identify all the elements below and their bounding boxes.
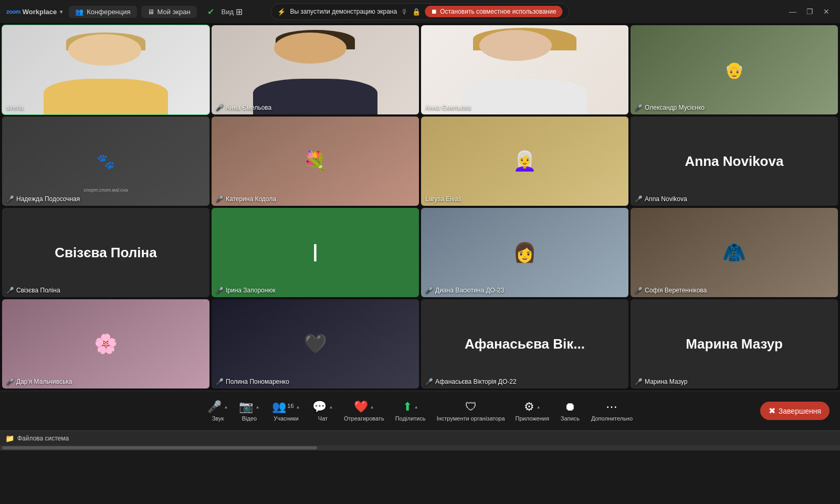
- video-tool[interactable]: 📷 ▲ Відео: [234, 400, 265, 422]
- participant-bigname-16: Марина Мазур: [686, 336, 783, 352]
- stop-icon: ⏹: [431, 8, 437, 15]
- participant-cell-13[interactable]: 🌸 🎤 Дар'я Мальчивська: [2, 299, 209, 388]
- participant-name-6: 🎤 Катерина Кодола: [216, 195, 276, 203]
- share-caret[interactable]: ▲: [414, 405, 418, 410]
- conference-label: Конференция: [87, 8, 130, 16]
- security-icon-banner: 🔒: [412, 8, 421, 16]
- participant-cell-16[interactable]: Марина Мазур 🎤 Марина Мазур: [631, 299, 838, 388]
- record-tool[interactable]: ⏺ Запись: [554, 400, 586, 422]
- toolbar: 🎤 ▲ Звук 📷 ▲ Відео 👥 16 ▲ Учасники 💬 ▲ Ч…: [0, 391, 840, 430]
- view-button[interactable]: Вид ⊞: [222, 7, 243, 17]
- participant-cell-sirena[interactable]: sirena: [2, 25, 209, 114]
- participant-initial-10: I: [312, 238, 319, 267]
- participant-cell-2[interactable]: 🎤 Анна Ємельова: [212, 25, 419, 114]
- chat-caret[interactable]: ▲: [329, 405, 333, 410]
- security-shield-button[interactable]: ✔: [207, 7, 214, 17]
- view-label: Вид: [222, 8, 234, 16]
- chat-label: Чат: [318, 415, 328, 422]
- video-label: Відео: [242, 415, 257, 422]
- zoom-brand: zoom: [6, 8, 20, 15]
- participant-name-2: 🎤 Анна Ємельова: [216, 104, 271, 111]
- participant-cell-9[interactable]: Свізєва Поліна 🎤 Свізєва Поліна: [2, 208, 209, 297]
- more-tool[interactable]: ⋯ Дополнительно: [586, 400, 638, 422]
- react-caret[interactable]: ▲: [370, 405, 374, 410]
- app-dropdown-arrow[interactable]: ▾: [60, 9, 62, 15]
- minimize-button[interactable]: —: [785, 4, 800, 19]
- participants-tool[interactable]: 👥 16 ▲ Учасники: [265, 400, 307, 422]
- participant-name-9: 🎤 Свізєва Поліна: [6, 287, 60, 294]
- end-label: Завершення: [779, 407, 821, 415]
- mic-icon: 🎤: [207, 400, 222, 414]
- participant-name-13: 🎤 Дар'я Мальчивська: [6, 378, 72, 385]
- mic-muted-icon-5: 🎤: [6, 195, 14, 203]
- participant-cell-6[interactable]: 💐 🎤 Катерина Кодола: [212, 117, 419, 206]
- mic-muted-icon-12: 🎤: [635, 287, 643, 294]
- participants-caret[interactable]: ▲: [296, 405, 300, 410]
- participant-name-12: 🎤 Софія Веретеннікова: [635, 287, 707, 294]
- apps-tool[interactable]: ⚙ ▲ Приложения: [510, 400, 554, 422]
- participant-cell-12[interactable]: 🧥 🎤 Софія Веретеннікова: [631, 208, 838, 297]
- participant-name-7: Larysa Eivas: [425, 195, 461, 203]
- filesystem-bar: 📁 Файлова система: [0, 430, 840, 445]
- participant-cell-10[interactable]: I 🎤 Ірина Запоронюк: [212, 208, 419, 297]
- share-tool[interactable]: ⬆ ▲ Поділитись: [390, 400, 432, 422]
- chat-tool[interactable]: 💬 ▲ Чат: [307, 400, 339, 422]
- participant-name-4: 🎤 Олександр Мусієнко: [635, 104, 705, 111]
- screen-share-text-5: спорт.спот.маl.сна: [84, 187, 128, 193]
- sound-caret[interactable]: ▲: [224, 405, 228, 410]
- scroll-area[interactable]: [0, 445, 840, 450]
- participants-count: 16: [287, 403, 293, 409]
- participant-name-sirena: sirena: [6, 104, 24, 111]
- maximize-button[interactable]: ❐: [802, 4, 817, 19]
- participant-cell-3[interactable]: Анна Ємельова: [421, 25, 628, 114]
- mic-muted-icon-11: 🎤: [425, 287, 433, 294]
- grid-icon: ⊞: [236, 7, 243, 17]
- titlebar: zoom Workplace ▾ 👥 Конференция 🖥 Мой экр…: [0, 0, 840, 23]
- participant-name-8: 🎤 Anna Novikova: [635, 195, 687, 203]
- participant-bigname-15: Афанасьєва Вік...: [465, 336, 585, 352]
- mic-muted-icon-16: 🎤: [635, 378, 643, 385]
- participant-cell-4[interactable]: 👴 🎤 Олександр Мусієнко: [631, 25, 838, 114]
- apps-caret[interactable]: ▲: [537, 405, 541, 410]
- sound-tool[interactable]: 🎤 ▲ Звук: [202, 400, 234, 422]
- screen-icon: 🖥: [148, 8, 154, 16]
- organizer-tool[interactable]: 🛡 Інструменти організатора: [432, 400, 510, 422]
- participant-cell-8[interactable]: Anna Novikova 🎤 Anna Novikova: [631, 117, 838, 206]
- filesystem-label: Файлова система: [17, 435, 69, 442]
- screen-button[interactable]: 🖥 Мой экран: [141, 6, 197, 18]
- folder-icon: 📁: [5, 434, 14, 443]
- mic-muted-icon-9: 🎤: [6, 287, 14, 294]
- mic-muted-icon-8: 🎤: [635, 195, 643, 203]
- participant-cell-11[interactable]: 👩 🎤 Диана Васютина ДО-23: [421, 208, 628, 297]
- banner-text: Вы запустили демонстрацию экрана: [290, 8, 397, 15]
- organizer-label: Інструменти організатора: [437, 415, 505, 422]
- mic-muted-icon: 🎤: [216, 104, 224, 111]
- participant-bigname-9: Свізєва Поліна: [55, 245, 156, 261]
- participant-bigname-8: Anna Novikova: [685, 153, 784, 170]
- bolt-icon: ⚡: [277, 8, 286, 16]
- scroll-thumb[interactable]: [2, 446, 317, 449]
- screen-label: Мой экран: [158, 8, 191, 16]
- close-button[interactable]: ✕: [819, 4, 834, 19]
- participant-cell-5[interactable]: 🐾 спорт.спот.маl.сна 🎤 Надежда Подосочна…: [2, 117, 209, 206]
- react-tool[interactable]: ❤️ ▲ Отреагировать: [339, 400, 390, 422]
- record-icon: ⏺: [564, 400, 576, 414]
- stop-sharing-label: Остановить совместное использование: [440, 8, 556, 15]
- participant-cell-7[interactable]: 👩‍🦳 Larysa Eivas: [421, 117, 628, 206]
- sound-label: Звук: [212, 415, 224, 422]
- screen-share-banner: ⚡ Вы запустили демонстрацию экрана 🎙 🔒 ⏹…: [270, 3, 569, 20]
- more-icon: ⋯: [606, 400, 617, 414]
- mic-muted-icon-10: 🎤: [216, 287, 224, 294]
- conference-button[interactable]: 👥 Конференция: [69, 6, 136, 18]
- participant-cell-14[interactable]: 🖤 🎤 Полина Пономаренко: [212, 299, 419, 388]
- participant-cell-15[interactable]: Афанасьєва Вік... 🎤 Афанасьєва Вікторія …: [421, 299, 628, 388]
- end-meeting-button[interactable]: ✖ Завершення: [760, 402, 830, 420]
- share-icon: ⬆: [403, 400, 412, 414]
- video-caret[interactable]: ▲: [255, 405, 259, 410]
- window-controls: — ❐ ✕: [785, 0, 834, 23]
- stop-sharing-button[interactable]: ⏹ Остановить совместное использование: [425, 6, 562, 17]
- participant-name-15: 🎤 Афанасьєва Вікторія ДО-22: [425, 378, 517, 385]
- apps-label: Приложения: [516, 415, 549, 422]
- video-grid: sirena 🎤 Анна Ємельова: [0, 23, 840, 391]
- react-label: Отреагировать: [344, 415, 384, 422]
